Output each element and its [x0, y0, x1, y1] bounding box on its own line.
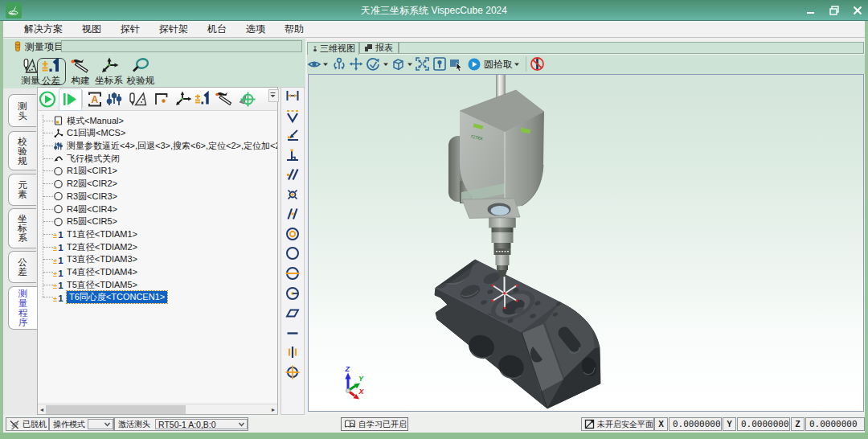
locate-icon[interactable]	[432, 56, 447, 72]
axis-move-icon[interactable]	[174, 89, 193, 109]
select-icon[interactable]	[448, 56, 464, 72]
window-frame-right	[865, 21, 868, 439]
coordinate-icon	[99, 57, 120, 75]
tol-angularity-icon[interactable]	[285, 206, 301, 222]
tol-position-icon[interactable]	[285, 364, 301, 380]
tree-item-recall[interactable]: C1回调<MCS>	[38, 127, 277, 140]
restore-button[interactable]	[824, 0, 845, 21]
tol-position-small-icon[interactable]	[285, 187, 301, 203]
edit-measure-icon[interactable]	[128, 89, 149, 109]
menu-options[interactable]: 选项	[236, 21, 275, 37]
menu-help[interactable]: 帮助	[275, 21, 313, 37]
tree-item-tolerance[interactable]: ±1T2直径<TDIAM2>	[38, 240, 277, 253]
cube-dropdown-icon[interactable]	[407, 61, 413, 68]
tree-item-tolerance[interactable]: ±1T1直径<TDIAM1>	[38, 228, 277, 241]
side-tab-gauge[interactable]: 校验规	[8, 131, 36, 170]
tree-item-tolerance[interactable]: ±1T4直径<TDIAM4>	[38, 266, 277, 279]
circle-pick-label[interactable]: 圆拾取	[484, 58, 513, 72]
ribbon-tolerance-button[interactable]: 公差	[38, 56, 64, 87]
restore-icon	[829, 6, 839, 15]
tab-report[interactable]: 报表	[359, 42, 399, 54]
visibility-icon[interactable]	[307, 57, 321, 72]
scroll-left-icon[interactable]: ◂	[40, 406, 43, 413]
self-learn-button[interactable]: 自学习已开启	[341, 417, 408, 431]
tree-item-params[interactable]: 测量参数逼近<4>,回退<3>,搜索<6>,定位<2>,定位加<2>,测	[38, 140, 277, 153]
run-from-cursor-icon[interactable]	[61, 89, 79, 109]
menu-probe[interactable]: 探针	[111, 21, 149, 37]
project-icon	[13, 41, 23, 52]
svg-text:±: ±	[53, 256, 57, 265]
menu-machine[interactable]: 机台	[198, 21, 236, 37]
rotate-view-icon[interactable]	[366, 57, 380, 72]
corner-point-icon[interactable]	[153, 89, 170, 109]
play-view-icon[interactable]	[467, 57, 481, 72]
pick-dropdown-icon[interactable]	[514, 61, 520, 68]
minimize-button[interactable]	[800, 0, 821, 21]
tol-parallelism-icon[interactable]	[285, 166, 301, 183]
tree-item-circle[interactable]: R5圆<CIR5>	[38, 215, 277, 228]
tol-angle-icon[interactable]	[285, 127, 301, 143]
tree-item-tolerance-selected[interactable]: ±1T6同心度<TCONCEN1>	[38, 291, 277, 304]
stop-machine-icon[interactable]	[530, 56, 545, 72]
visibility-dropdown-icon[interactable]	[322, 61, 329, 68]
close-button[interactable]	[847, 0, 868, 21]
tree-item-circle[interactable]: R1圆<CIR1>	[38, 165, 277, 178]
side-tab-coordinate[interactable]: 坐标系	[8, 208, 36, 248]
side-tab-tolerance[interactable]: 公差	[8, 251, 36, 283]
tol-symmetry-icon[interactable]	[285, 344, 301, 360]
tol-concentricity-icon[interactable]	[285, 226, 301, 242]
scrollbar-thumb[interactable]	[46, 405, 186, 414]
operation-mode-group: 操作模式	[49, 417, 114, 431]
tol-roundness-icon[interactable]	[285, 245, 301, 261]
construct-small-icon[interactable]	[215, 89, 234, 109]
probe-path-icon[interactable]	[236, 89, 256, 109]
ribbon-construct-button[interactable]: 构建	[68, 56, 93, 87]
side-tab-program[interactable]: 测量程序	[8, 286, 37, 330]
tree-item-mode[interactable]: 模式<Manual>	[38, 114, 277, 127]
tree-horizontal-scrollbar[interactable]: ◂ ▸	[38, 404, 277, 414]
auto-mode-icon[interactable]: A	[86, 89, 104, 109]
tree-item-circle[interactable]: R4圆<CIR4>	[38, 203, 277, 215]
menu-solution[interactable]: 解决方案	[14, 21, 72, 37]
tree-item-fly-mode[interactable]: 飞行模式关闭	[38, 152, 277, 165]
active-probe-group: 激活测头 RT50-1 A:0,B:0	[114, 417, 248, 431]
tolerance-item-icon: ±1	[53, 267, 63, 278]
active-probe-select[interactable]: RT50-1 A:0,B:0	[155, 419, 248, 429]
3d-viewport[interactable]: TZTEK	[308, 74, 864, 412]
workpiece	[435, 260, 600, 408]
view-cube-icon[interactable]	[391, 57, 405, 72]
pan-icon[interactable]	[349, 56, 363, 72]
tab-3d-view[interactable]: 三维视图	[307, 42, 359, 55]
measure-icon	[23, 57, 38, 75]
tol-flatness-icon[interactable]	[285, 305, 301, 321]
menu-probe-rack[interactable]: 探针架	[149, 21, 198, 37]
ribbon-coordinate-button[interactable]: 坐标系	[93, 56, 125, 87]
self-learn-icon	[344, 419, 356, 429]
rotate-dropdown-icon[interactable]	[383, 61, 389, 68]
chevron-down-icon	[104, 422, 110, 427]
scroll-right-icon[interactable]: ▸	[272, 406, 275, 413]
tree-item-circle[interactable]: R2圆<CIR2>	[38, 178, 277, 191]
tol-straightness-icon[interactable]	[285, 325, 301, 341]
tolerance-item-icon: ±1	[53, 254, 63, 265]
tol-perpendicularity-icon[interactable]	[285, 147, 301, 163]
fit-view-icon[interactable]	[415, 56, 430, 72]
ribbon-gauge-button[interactable]: 校验规	[125, 56, 157, 87]
tol-runout-icon[interactable]	[285, 285, 301, 302]
side-tab-element[interactable]: 元素	[8, 174, 36, 206]
side-tab-probe[interactable]: 测头	[8, 94, 36, 127]
tree-item-circle[interactable]: R3圆<CIR3>	[38, 191, 277, 203]
orbit-icon[interactable]	[332, 56, 346, 72]
run-program-icon[interactable]	[39, 89, 56, 109]
tol-angle-dash-icon[interactable]	[285, 108, 301, 124]
tol-distance-icon[interactable]	[285, 88, 301, 104]
window-title: 天准三坐标系统 VispecCube 2024	[0, 0, 868, 21]
tolerance-small-icon[interactable]	[194, 89, 213, 109]
parameters-icon[interactable]	[105, 89, 123, 109]
tree-item-tolerance[interactable]: ±1T3直径<TDIAM3>	[38, 253, 277, 266]
tol-diameter-icon[interactable]	[285, 265, 301, 281]
tree-item-tolerance[interactable]: ±1T5直径<TDIAM5>	[38, 278, 277, 291]
toolbar-overflow-button[interactable]	[268, 89, 279, 102]
menu-view[interactable]: 视图	[72, 21, 111, 37]
operation-mode-select[interactable]	[88, 419, 113, 429]
